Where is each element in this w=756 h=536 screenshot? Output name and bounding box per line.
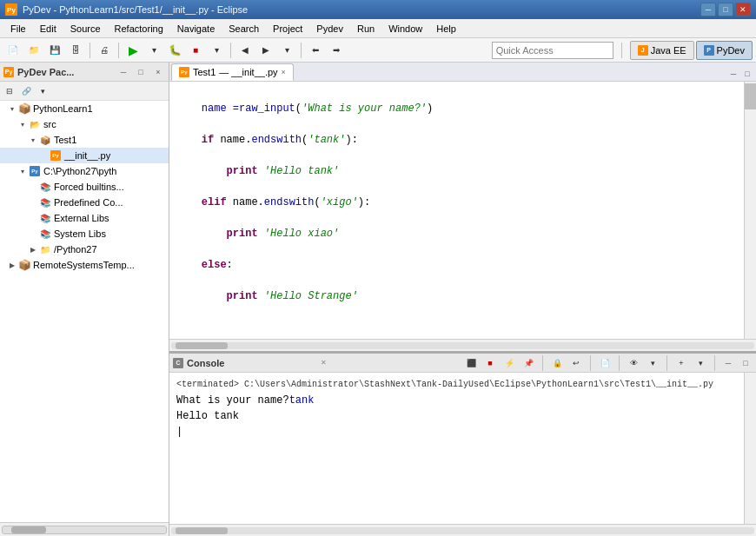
menu-window[interactable]: Window [381, 22, 429, 36]
tb-forward-button[interactable]: ➡ [327, 41, 346, 60]
collapse-all-button[interactable]: ⊟ [2, 83, 17, 99]
tb-stop-button[interactable]: ■ [186, 41, 205, 60]
console-minimize-button[interactable]: ─ [721, 356, 735, 370]
pydev-icon: Py [3, 67, 14, 77]
console-open-file-btn[interactable]: 📄 [597, 355, 613, 371]
tb-run-dropdown[interactable]: ▾ [144, 41, 163, 60]
tb-sep2 [118, 43, 119, 58]
tb-open-button[interactable]: 📁 [24, 41, 43, 60]
menu-edit[interactable]: Edit [33, 22, 63, 36]
tree-item-pythonlearn1[interactable]: ▾ 📦 PythonLearn1 [0, 101, 169, 116]
menu-help[interactable]: Help [429, 22, 463, 36]
perspective-switcher: J Java EE P PyDev [630, 41, 753, 60]
tb-stop-dropdown[interactable]: ▾ [207, 41, 226, 60]
close-button[interactable]: ✕ [735, 3, 751, 17]
sidebar-toolbar: ⊟ 🔗 ▾ [0, 82, 169, 101]
tree-item-src[interactable]: ▾ 📂 src [0, 116, 169, 132]
code-endswith1: endswith [251, 134, 302, 146]
predefined-icon: 📚 [38, 195, 52, 209]
editor-v-scrollbar[interactable] [744, 82, 756, 339]
console-view-dropdown[interactable]: ▾ [645, 355, 660, 371]
tb-save-button[interactable]: 💾 [45, 41, 64, 60]
console-disconnect-btn[interactable]: ⚡ [501, 355, 517, 371]
tb-next-button[interactable]: ▶ [256, 41, 275, 60]
tree-label-pythonlearn1: PythonLearn1 [33, 103, 93, 114]
console-wrap-btn[interactable]: ↩ [568, 355, 584, 371]
tree-arrow-src: ▾ [17, 119, 28, 129]
console-sep1 [542, 355, 543, 371]
menu-bar: File Edit Source Refactoring Navigate Se… [0, 19, 756, 38]
console-view-btn[interactable]: 👁 [626, 355, 641, 371]
editor-h-scroll-track [171, 342, 754, 349]
tree-arrow-test1: ▾ [28, 135, 38, 145]
tb-back-button[interactable]: ⬅ [306, 41, 325, 60]
console-pin-btn[interactable]: 📌 [521, 355, 536, 371]
sidebar-h-scroll[interactable] [2, 526, 167, 534]
menu-source[interactable]: Source [63, 22, 108, 36]
tb-save-all-button[interactable]: 🗄 [66, 41, 85, 60]
tree-item-cpy27[interactable]: ▾ Py C:\Python27\pyth [0, 163, 169, 179]
tb-print-button[interactable]: 🖨 [95, 41, 114, 60]
editor-h-scrollbar[interactable] [169, 339, 756, 351]
console-output[interactable]: <terminated> C:\Users\Administrator\Stas… [169, 373, 744, 524]
console-new-dropdown[interactable]: ▾ [693, 355, 708, 371]
minimize-panel-button[interactable]: ─ [116, 65, 130, 79]
editor-maximize-button[interactable]: □ [740, 67, 754, 81]
code-editor[interactable]: name =raw_input('What is your name?') if… [169, 82, 744, 339]
menu-refactoring[interactable]: Refactoring [108, 22, 170, 36]
tree-item-remotesystems[interactable]: ▶ 📦 RemoteSystemsTemp... [0, 257, 169, 273]
tree-menu-button[interactable]: ▾ [35, 83, 50, 99]
tree-label-system: System Libs [54, 228, 106, 239]
pydev-perspective-icon: P [704, 45, 714, 56]
console-h-scroll-track [171, 527, 754, 534]
tb-nav-dropdown[interactable]: ▾ [277, 41, 296, 60]
menu-navigate[interactable]: Navigate [170, 22, 222, 36]
maximize-button[interactable]: □ [718, 3, 733, 17]
maximize-panel-button[interactable]: □ [134, 65, 148, 79]
editor-tab-close[interactable]: × [282, 68, 286, 76]
tree-label-remotesystems: RemoteSystemsTemp... [33, 260, 135, 270]
tree-item-init-py[interactable]: ▶ Py __init__.py [0, 148, 169, 163]
menu-file[interactable]: File [3, 22, 33, 36]
minimize-button[interactable]: ─ [700, 3, 716, 17]
console-h-scrollbar[interactable] [169, 524, 756, 536]
console-terminate-btn[interactable]: ■ [482, 355, 498, 371]
tree-label-src: src [43, 119, 56, 129]
console-line2: Hello tank [176, 410, 239, 422]
editor-tab-test1[interactable]: Py Test1 — __init__.py × [171, 63, 294, 81]
tree-item-system[interactable]: ▶ 📚 System Libs [0, 226, 169, 242]
tree-item-python27[interactable]: ▶ 📁 /Python27 [0, 242, 169, 257]
menu-project[interactable]: Project [266, 22, 309, 36]
console-new-console-btn[interactable]: + [673, 355, 689, 371]
perspective-pydev[interactable]: P PyDev [696, 41, 753, 60]
console-tab-close-icon: ✕ [321, 359, 327, 367]
tree-item-predefined[interactable]: ▶ 📚 Predefined Co... [0, 195, 169, 210]
python27-folder-icon: 📁 [38, 242, 52, 256]
menu-run[interactable]: Run [350, 22, 381, 36]
package-explorer-header: Py PyDev Pac... ─ □ × [0, 63, 169, 82]
code-endswith2: endswith [264, 196, 315, 208]
sidebar-scrollbar[interactable] [0, 522, 169, 536]
tree-item-test1[interactable]: ▾ 📦 Test1 [0, 132, 169, 148]
tree-item-forced[interactable]: ▶ 📚 Forced builtins... [0, 179, 169, 195]
external-libs-icon: 📚 [38, 211, 52, 225]
perspective-java-ee[interactable]: J Java EE [630, 41, 694, 60]
tb-prev-button[interactable]: ◀ [235, 41, 255, 60]
close-panel-button[interactable]: × [151, 65, 165, 79]
console-v-scrollbar[interactable] [744, 373, 756, 524]
editor-minimize-button[interactable]: ─ [726, 67, 740, 81]
editor-v-scroll-thumb [745, 83, 756, 109]
menu-search[interactable]: Search [222, 22, 266, 36]
menu-pydev[interactable]: Pydev [309, 22, 350, 36]
tree-arrow-remotesystems: ▶ [7, 260, 17, 270]
tb-new-button[interactable]: 📄 [3, 41, 23, 60]
console-clear-btn[interactable]: ⬛ [463, 355, 479, 371]
quick-access-input[interactable] [492, 42, 613, 59]
console-maximize-button[interactable]: □ [739, 356, 753, 370]
console-sep2 [590, 355, 591, 371]
tb-debug-button[interactable]: 🐛 [165, 41, 184, 60]
tree-item-external[interactable]: ▶ 📚 External Libs [0, 210, 169, 226]
console-scroll-lock-btn[interactable]: 🔒 [549, 355, 565, 371]
tb-run-button[interactable]: ▶ [123, 41, 143, 60]
link-editor-button[interactable]: 🔗 [18, 83, 34, 99]
